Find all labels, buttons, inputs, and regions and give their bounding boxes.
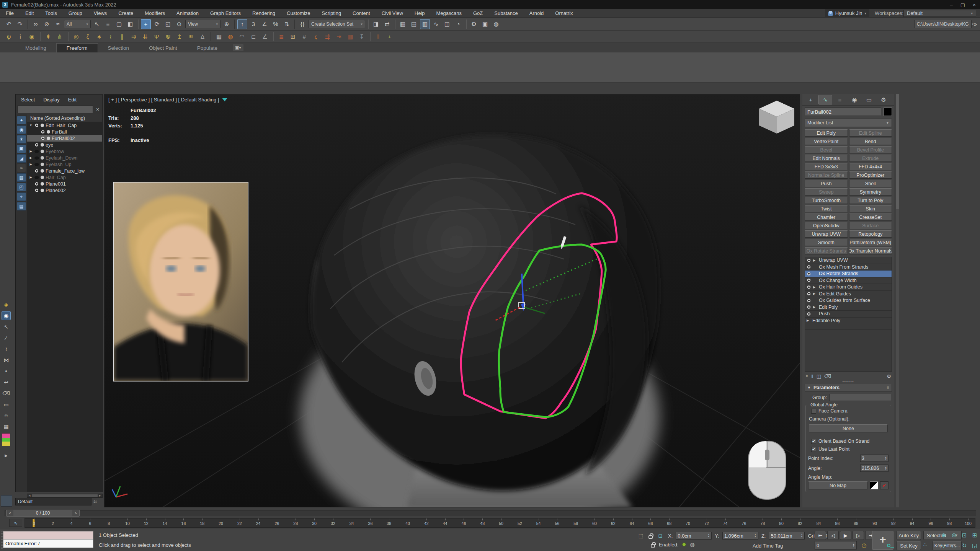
select-and-place-icon[interactable]: ⊙ <box>174 19 184 29</box>
expand-right-icon[interactable]: ▶ <box>813 305 817 309</box>
menu-civil-view[interactable]: Civil View <box>376 10 409 16</box>
named-selection-set-combo[interactable]: Create Selection Set▾ <box>309 20 365 28</box>
menu-tools[interactable]: Tools <box>39 10 62 16</box>
auto-key-button[interactable]: Auto Key <box>897 531 921 540</box>
stack-item-ox-change-width[interactable]: Ox Change Width <box>805 277 892 284</box>
field-of-view-icon[interactable]: ▽ <box>939 541 949 551</box>
modifier-button-creaseset[interactable]: CreaseSet <box>849 214 892 221</box>
filter-misc-icon[interactable]: ▤ <box>17 202 26 210</box>
pen-tool-icon[interactable]: ∕ <box>2 333 11 342</box>
name-column-header[interactable]: Name (Sorted Ascending) <box>27 114 102 122</box>
schematic-view-icon[interactable]: ◫ <box>442 19 452 29</box>
stack-item-push[interactable]: Push <box>805 311 892 318</box>
scene-node-eyelash_up[interactable]: ▶Eyelash_Up <box>27 161 102 168</box>
brush-tool-icon[interactable]: ≀ <box>2 344 11 354</box>
spinner-snap-icon[interactable]: ⇅ <box>282 19 292 29</box>
ox-hair-tool-icon[interactable]: ⇞ <box>43 32 53 42</box>
render-toggle-icon[interactable] <box>47 137 50 140</box>
tab-display-icon[interactable]: ▭ <box>862 95 876 104</box>
modifier-button-symmetry[interactable]: Symmetry <box>849 188 892 196</box>
modifier-button-prooptimizer[interactable]: ProOptimizer <box>849 171 892 179</box>
modifier-button-edit-poly[interactable]: Edit Poly <box>805 129 848 137</box>
ox-hair-tool-icon[interactable]: ⋓ <box>163 32 173 42</box>
menu-edit[interactable]: Edit <box>20 10 39 16</box>
play-button[interactable]: ▶ <box>840 531 851 540</box>
previous-frame-step[interactable]: < <box>7 510 13 516</box>
curve-editor-icon[interactable]: ∿ <box>431 19 441 29</box>
maxscript-mini-listener[interactable]: Ornatrix Error: / <box>3 531 93 548</box>
ox-hair-tool-icon[interactable]: + <box>385 32 395 42</box>
group-field[interactable] <box>829 394 891 401</box>
modifier-eye-icon[interactable] <box>807 299 811 302</box>
layer-dropdown[interactable]: Default <box>15 498 91 505</box>
menu-file[interactable]: File <box>0 10 20 16</box>
stack-item-edit-poly[interactable]: ▶Edit Poly <box>805 304 892 311</box>
modifier-button-ffd-4x4x4[interactable]: FFD 4x4x4 <box>849 163 892 170</box>
menu-animation[interactable]: Animation <box>171 10 204 16</box>
globe-icon[interactable]: ◍ <box>690 541 694 548</box>
workspace-dropdown[interactable]: Default ▾ <box>903 10 976 17</box>
orient-checkbox[interactable]: ✔ <box>811 439 816 444</box>
selection-filter-dropdown[interactable]: All▾ <box>64 20 91 28</box>
expand-right-icon[interactable]: ▶ <box>29 156 33 160</box>
ribbon-tab-selection[interactable]: Selection <box>98 44 139 52</box>
render-toggle-icon[interactable] <box>41 163 44 166</box>
panel-splitter[interactable]: ▪▪▪▪▪▪ <box>802 380 894 383</box>
minimize-button[interactable]: – <box>946 0 957 9</box>
expand-right-icon[interactable]: ▶ <box>813 285 817 289</box>
ox-hair-tool-icon[interactable]: ⇉ <box>129 32 139 42</box>
mirror-icon[interactable]: ◨ <box>371 19 381 29</box>
time-configuration-icon[interactable]: ◷ <box>859 541 869 549</box>
pin-stack-icon[interactable]: ⌖ <box>805 373 808 379</box>
configure-modifier-sets-icon[interactable]: ⚙ <box>887 373 891 379</box>
layers-icon[interactable]: ≋ <box>93 499 97 505</box>
zoom-icon[interactable]: ⊕ <box>939 530 949 540</box>
explorer-menu-select[interactable]: Select <box>21 97 35 103</box>
ox-hair-tool-icon[interactable]: ↥ <box>175 32 185 42</box>
select-and-rotate-icon[interactable]: ⟳ <box>152 19 162 29</box>
ox-hair-tool-icon[interactable]: ◉ <box>27 32 37 42</box>
tab-motion-icon[interactable]: ◉ <box>848 95 861 104</box>
scene-node-furball002[interactable]: FurBall002 <box>27 135 102 142</box>
modifier-button-ox-transfer-normals[interactable]: Ox Transfer Normals <box>849 247 892 254</box>
filter-helpers-icon[interactable]: ◢ <box>17 154 26 163</box>
filter-spacewarps-icon[interactable]: ≈ <box>17 164 26 172</box>
ox-hair-tool-icon[interactable]: ζ <box>83 32 93 42</box>
palette-tool-icon[interactable]: ▦ <box>2 422 11 431</box>
listener-error-line[interactable]: Ornatrix Error: / <box>3 540 93 548</box>
add-time-tag[interactable]: Add Time Tag <box>753 543 783 549</box>
render-production-icon[interactable]: ◍ <box>491 19 501 29</box>
face-camera-checkbox[interactable] <box>811 409 816 414</box>
expand-right-icon[interactable]: ▶ <box>813 292 817 295</box>
ribbon-tab-modeling[interactable]: Modeling <box>15 44 56 52</box>
menu-ornatrix[interactable]: Ornatrix <box>549 10 578 16</box>
select-and-link-icon[interactable]: ∞ <box>31 19 41 29</box>
listener-pink-line[interactable] <box>3 531 93 540</box>
filter-cameras-icon[interactable]: ▣ <box>17 145 26 153</box>
ox-hair-tool-icon[interactable]: ∥ <box>117 32 127 42</box>
ribbon-tab-populate[interactable]: Populate <box>187 44 227 52</box>
modifier-button-vertexpaint[interactable]: VertexPaint <box>805 138 848 145</box>
modifier-button-unwrap-uvw[interactable]: Unwrap UVW <box>805 230 848 238</box>
use-last-point-checkbox[interactable]: ✔ <box>811 447 816 452</box>
stack-item-editable-poly[interactable]: ▶Editable Poly <box>805 318 892 324</box>
ox-hair-tool-icon[interactable]: ∠ <box>260 32 270 42</box>
point-tool-icon[interactable]: • <box>2 367 11 376</box>
select-by-name-icon[interactable]: ≡ <box>103 19 113 29</box>
scene-node-eyebrow[interactable]: ▶Eyebrow <box>27 148 102 155</box>
viewport-label-text[interactable]: [ + ] [ Perspective ] [ Standard ] [ Def… <box>108 97 219 103</box>
time-tag-lock-icon[interactable] <box>651 544 655 548</box>
expand-right-icon[interactable]: ▶ <box>29 150 33 153</box>
expand-right-icon[interactable]: ▶ <box>29 163 33 166</box>
zoom-extents-icon[interactable]: ⊡ <box>959 530 969 540</box>
ribbon-tab-object-paint[interactable]: Object Paint <box>139 44 187 52</box>
visibility-eye-icon[interactable] <box>41 137 45 140</box>
expand-down-icon[interactable]: ▼ <box>29 124 33 127</box>
render-toggle-icon[interactable] <box>41 182 44 186</box>
remove-modifier-icon[interactable]: ⌫ <box>824 373 831 379</box>
stack-item-ox-mesh-from-strands[interactable]: Ox Mesh From Strands <box>805 264 892 271</box>
project-folder-dropdown[interactable]: C:\Users\JIN\Desktop\KG▾ <box>914 20 972 28</box>
point-index-spinner[interactable]: 3 ▲▼ <box>860 455 889 462</box>
angle-snap-icon[interactable]: ∠ <box>260 19 270 29</box>
modifier-button-skin[interactable]: Skin <box>849 205 892 212</box>
